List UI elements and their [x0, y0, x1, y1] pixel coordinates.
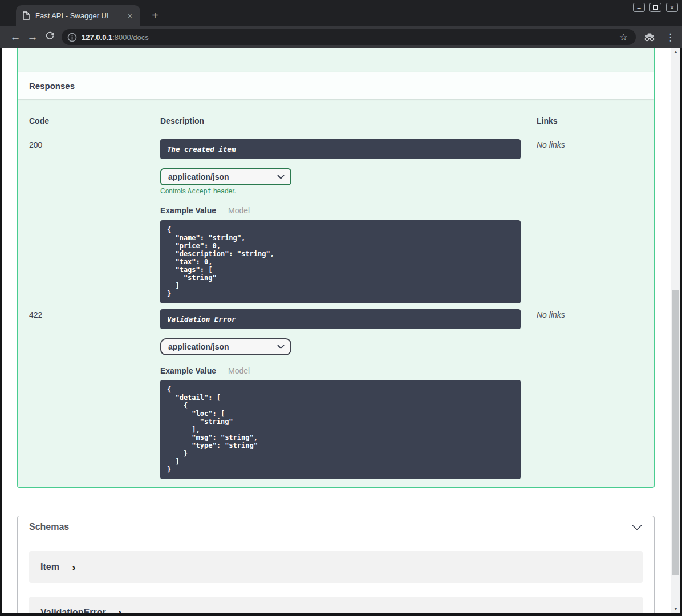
schemas-section: Schemas Item › ValidationError › — [17, 516, 655, 613]
tab-example-value[interactable]: Example Value — [160, 366, 216, 375]
reload-button[interactable] — [41, 31, 58, 43]
schema-validationerror-row[interactable]: ValidationError › — [29, 597, 643, 613]
controls-accept-note: Controls Accept header. — [160, 187, 537, 195]
col-links: Links — [537, 116, 643, 125]
col-description: Description — [160, 116, 537, 125]
browser-titlebar: Fast API - Swagger UI × + – × — [0, 0, 682, 26]
tab-divider — [222, 206, 222, 215]
responses-section-header: Responses — [18, 72, 654, 99]
vertical-scrollbar[interactable]: ▲ ▼ — [671, 48, 680, 613]
responses-table: Code Description Links 200 The created i… — [18, 116, 654, 479]
chevron-down-icon — [277, 175, 285, 179]
response-links: No links — [537, 139, 643, 303]
responses-table-header: Code Description Links — [29, 116, 643, 132]
minimize-button[interactable]: – — [633, 3, 645, 12]
schema-validationerror-label: ValidationError — [40, 607, 106, 613]
url-host: 127.0.0.1 — [82, 33, 112, 42]
schema-item-label: Item — [40, 562, 59, 572]
scrollbar-down-arrow[interactable]: ▼ — [671, 605, 680, 613]
tab-model[interactable]: Model — [228, 366, 250, 375]
accept-header-code: Accept — [188, 187, 212, 195]
back-button[interactable]: ← — [7, 31, 24, 43]
page-viewport: Responses Code Description Links 200 The… — [2, 48, 680, 613]
response-description-cell: The created item application/json Contro… — [160, 139, 537, 303]
tab-divider — [222, 367, 222, 375]
response-description: Validation Error — [160, 309, 521, 329]
swagger-content: Responses Code Description Links 200 The… — [17, 48, 655, 613]
responses-title: Responses — [29, 81, 75, 91]
site-info-icon[interactable] — [67, 33, 77, 42]
media-type-value: application/json — [168, 172, 229, 181]
forward-button[interactable]: → — [24, 31, 41, 43]
tab-example-value[interactable]: Example Value — [160, 206, 216, 215]
chevron-right-icon: › — [119, 607, 123, 613]
media-type-select-200[interactable]: application/json — [160, 168, 291, 185]
browser-toolbar: ← → 127.0.0.1:8000/docs ☆ ⋮ — [0, 26, 682, 48]
schemas-header[interactable]: Schemas — [18, 516, 654, 538]
chevron-down-icon — [277, 345, 285, 349]
response-row-422: 422 Validation Error application/json Ex… — [29, 309, 643, 479]
url-path: :8000/docs — [112, 33, 149, 42]
browser-tab-active[interactable]: Fast API - Swagger UI × — [16, 5, 140, 26]
response-description: The created item — [160, 139, 521, 159]
schema-item-row[interactable]: Item › — [29, 551, 643, 583]
response-links: No links — [537, 309, 643, 479]
chevron-right-icon: › — [72, 561, 76, 573]
schemas-collapse-chevron-icon[interactable] — [631, 524, 643, 530]
example-model-tabs: Example Value Model — [160, 366, 537, 375]
opblock-spacer — [18, 48, 654, 72]
page-favicon-icon — [23, 11, 30, 20]
maximize-button[interactable] — [649, 3, 661, 12]
incognito-icon — [643, 32, 656, 42]
close-button[interactable]: × — [666, 3, 678, 12]
media-type-value: application/json — [168, 342, 229, 351]
tab-model[interactable]: Model — [228, 206, 250, 215]
example-model-tabs: Example Value Model — [160, 206, 537, 215]
example-json-422[interactable]: { "detail": [ { "loc": [ "string" ], "ms… — [160, 380, 521, 479]
window-controls: – × — [633, 3, 678, 12]
url-text[interactable]: 127.0.0.1:8000/docs — [82, 33, 617, 42]
scrollbar-up-arrow[interactable]: ▲ — [671, 48, 680, 55]
address-bar[interactable]: 127.0.0.1:8000/docs ☆ — [62, 29, 636, 45]
schemas-title: Schemas — [29, 522, 69, 532]
media-type-select-422[interactable]: application/json — [160, 338, 291, 355]
example-json-200[interactable]: { "name": "string", "price": 0, "descrip… — [160, 220, 521, 303]
tab-close-icon[interactable]: × — [125, 11, 135, 21]
response-code: 200 — [29, 139, 160, 303]
tab-title: Fast API - Swagger UI — [35, 11, 125, 20]
response-code: 422 — [29, 309, 160, 479]
response-description-cell: Validation Error application/json Exampl… — [160, 309, 537, 479]
maximize-icon — [653, 5, 658, 10]
scrollbar-thumb[interactable] — [672, 290, 679, 575]
reload-icon — [45, 31, 55, 40]
toolbar-right: ⋮ — [643, 31, 675, 43]
response-row-200: 200 The created item application/json Co… — [29, 132, 643, 303]
post-opblock: Responses Code Description Links 200 The… — [17, 48, 655, 488]
browser-menu-icon[interactable]: ⋮ — [665, 31, 675, 43]
bookmark-star-icon[interactable]: ☆ — [617, 31, 630, 43]
new-tab-button[interactable]: + — [147, 7, 163, 23]
col-code: Code — [29, 116, 160, 125]
